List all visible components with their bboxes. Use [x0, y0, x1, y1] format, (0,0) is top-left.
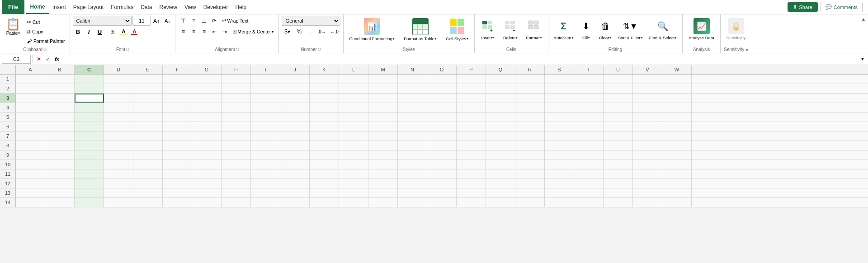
- row-header[interactable]: 14: [0, 198, 16, 207]
- grid-cell[interactable]: [545, 179, 574, 188]
- grid-cell[interactable]: [574, 94, 604, 103]
- grid-cell[interactable]: [251, 188, 280, 197]
- grid-cell[interactable]: [251, 94, 280, 103]
- grid-cell[interactable]: [398, 103, 427, 112]
- col-header-D[interactable]: D: [104, 65, 133, 74]
- grid-cell[interactable]: [104, 94, 133, 103]
- grid-cell[interactable]: [310, 132, 339, 141]
- align-center-button[interactable]: ≡: [189, 27, 198, 37]
- grid-cell[interactable]: [163, 141, 192, 150]
- autosum-button[interactable]: Σ AutoSum ▾: [551, 16, 576, 42]
- grid-cell[interactable]: [75, 122, 104, 131]
- grid-cell[interactable]: [604, 75, 633, 84]
- grid-cell[interactable]: [515, 160, 545, 169]
- grid-cell[interactable]: [339, 132, 368, 141]
- underline-button[interactable]: U: [94, 27, 104, 37]
- grid-cell[interactable]: [75, 84, 104, 93]
- grid-cell[interactable]: [280, 141, 310, 150]
- grid-cell[interactable]: [368, 198, 398, 207]
- grid-cell[interactable]: [662, 150, 692, 160]
- grid-cell[interactable]: [133, 75, 163, 84]
- grid-cell[interactable]: [222, 113, 251, 122]
- grid-cell[interactable]: [368, 75, 398, 84]
- grid-cell[interactable]: [16, 75, 45, 84]
- grid-cell[interactable]: [545, 198, 574, 207]
- grid-cell[interactable]: [45, 75, 75, 84]
- grid-cell[interactable]: [515, 94, 545, 103]
- grid-cell[interactable]: [515, 169, 545, 178]
- formula-input[interactable]: [62, 55, 858, 64]
- grid-cell[interactable]: [104, 103, 133, 112]
- grid-cell[interactable]: [16, 188, 45, 197]
- grid-cell[interactable]: [192, 84, 222, 93]
- grid-cell[interactable]: [545, 169, 574, 178]
- grid-cell[interactable]: [486, 160, 515, 169]
- menu-data[interactable]: Data: [137, 0, 156, 14]
- fill-button[interactable]: ⬇ Fill ▾: [577, 16, 595, 42]
- grid-cell[interactable]: [427, 150, 457, 160]
- grid-cell[interactable]: [339, 160, 368, 169]
- grid-cell[interactable]: [604, 169, 633, 178]
- sort-filter-button[interactable]: ⇅▼ Sort & Filter ▾: [615, 16, 646, 42]
- grid-cell[interactable]: [310, 75, 339, 84]
- format-as-table-button[interactable]: Format as Table ▾: [401, 16, 440, 43]
- row-header[interactable]: 9: [0, 150, 16, 160]
- grid-cell[interactable]: [104, 75, 133, 84]
- col-header-P[interactable]: P: [457, 65, 486, 74]
- italic-button[interactable]: I: [84, 27, 94, 37]
- cancel-formula-button[interactable]: ✕: [35, 55, 43, 63]
- menu-formulas[interactable]: Formulas: [107, 0, 137, 14]
- grid-cell[interactable]: [574, 113, 604, 122]
- grid-cell[interactable]: [133, 188, 163, 197]
- grid-cell[interactable]: [633, 94, 662, 103]
- grid-cell[interactable]: [192, 103, 222, 112]
- grid-cell[interactable]: [339, 141, 368, 150]
- grid-cell[interactable]: [662, 113, 692, 122]
- grid-cell[interactable]: [486, 75, 515, 84]
- confirm-formula-button[interactable]: ✓: [44, 55, 52, 63]
- grid-cell[interactable]: [574, 141, 604, 150]
- wrap-text-button[interactable]: ↵ Wrap Text: [220, 17, 250, 25]
- grid-cell[interactable]: [104, 122, 133, 131]
- col-header-C[interactable]: C: [75, 65, 104, 74]
- increase-indent-button[interactable]: ⇥: [220, 27, 230, 37]
- grid-cell[interactable]: [457, 113, 486, 122]
- grid-cell[interactable]: [310, 188, 339, 197]
- grid-cell[interactable]: [16, 84, 45, 93]
- collapse-ribbon-button[interactable]: ▲: [859, 14, 868, 53]
- grid-cell[interactable]: [280, 188, 310, 197]
- grid-cell[interactable]: [604, 150, 633, 160]
- align-right-button[interactable]: ≡: [199, 27, 209, 37]
- border-button[interactable]: ⊞: [108, 27, 118, 37]
- grid-cell[interactable]: [251, 84, 280, 93]
- grid-cell[interactable]: [251, 141, 280, 150]
- grid-cell[interactable]: [545, 94, 574, 103]
- comments-button[interactable]: 💬 Comments: [821, 2, 863, 12]
- grid-cell[interactable]: [222, 198, 251, 207]
- grid-cell[interactable]: [368, 150, 398, 160]
- grid-cell[interactable]: [192, 141, 222, 150]
- menu-page-layout[interactable]: Page Layout: [70, 0, 107, 14]
- grid-cell[interactable]: [222, 179, 251, 188]
- row-header[interactable]: 4: [0, 103, 16, 112]
- grid-cell[interactable]: [310, 94, 339, 103]
- grid-cell[interactable]: [339, 113, 368, 122]
- grid-cell[interactable]: [16, 179, 45, 188]
- grid-cell[interactable]: [251, 75, 280, 84]
- grid-cell[interactable]: [45, 132, 75, 141]
- grid-cell[interactable]: [192, 150, 222, 160]
- grid-cell[interactable]: [633, 179, 662, 188]
- grid-cell[interactable]: [192, 132, 222, 141]
- grid-cell[interactable]: [45, 169, 75, 178]
- grid-cell[interactable]: [604, 188, 633, 197]
- grid-cell[interactable]: [45, 122, 75, 131]
- format-cells-button[interactable]: ≡ Format ▾: [523, 16, 545, 42]
- grid-cell[interactable]: [339, 198, 368, 207]
- grid-cell[interactable]: [662, 169, 692, 178]
- grid-cell[interactable]: [45, 141, 75, 150]
- fill-color-button[interactable]: A: [118, 27, 128, 37]
- grid-cell[interactable]: [163, 113, 192, 122]
- grid-cell[interactable]: [251, 122, 280, 131]
- grid-cell[interactable]: [633, 75, 662, 84]
- grid-cell[interactable]: [133, 160, 163, 169]
